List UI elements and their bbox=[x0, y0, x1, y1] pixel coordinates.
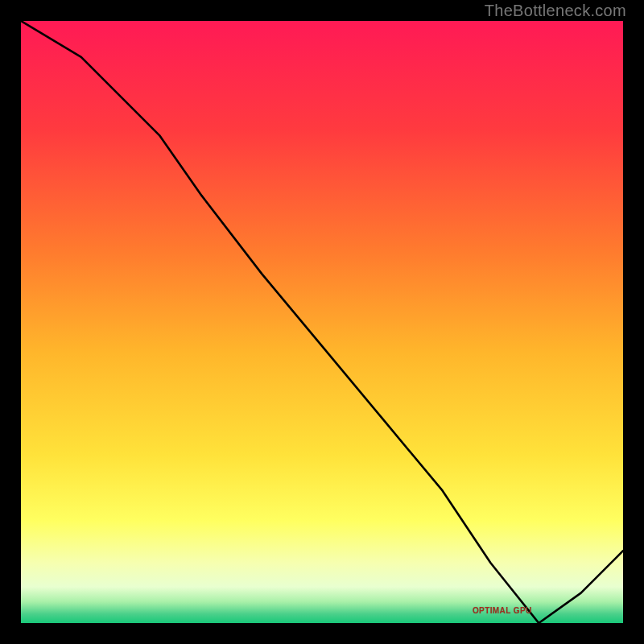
bottleneck-chart: OPTIMAL GPU bbox=[21, 21, 623, 623]
stage: TheBottleneck.com OPTIMAL GPU bbox=[0, 0, 644, 644]
gradient-bg bbox=[21, 21, 623, 623]
attribution-text: TheBottleneck.com bbox=[485, 2, 626, 20]
optimal-gpu-label: OPTIMAL GPU bbox=[473, 606, 532, 615]
chart-canvas bbox=[21, 21, 623, 623]
